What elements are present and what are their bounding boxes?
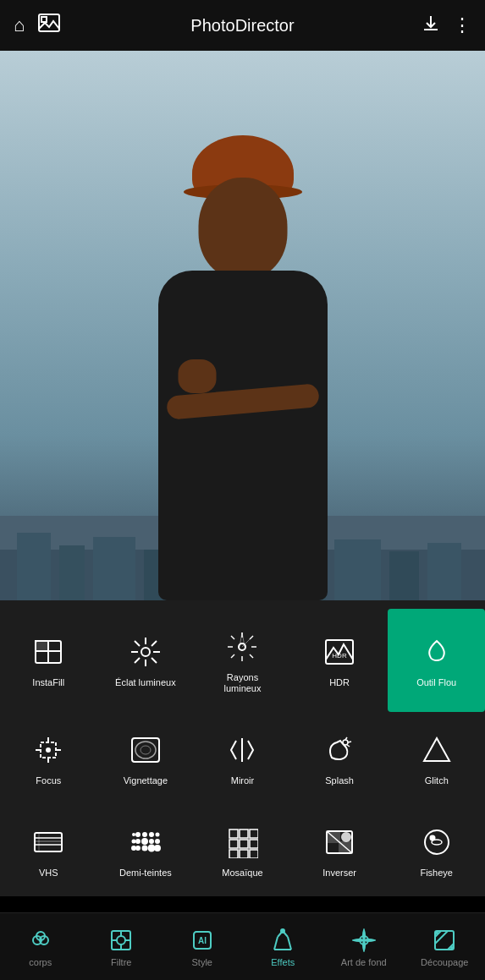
svg-line-23 — [135, 641, 140, 646]
effect-rayons[interactable]: Rayonslumineux — [194, 609, 291, 712]
svg-line-36 — [240, 632, 242, 647]
svg-line-32 — [231, 636, 234, 639]
svg-point-69 — [148, 845, 154, 851]
svg-point-112 — [450, 946, 454, 950]
rayons-label: Rayonslumineux — [223, 672, 261, 694]
vignettage-icon — [125, 730, 166, 770]
nav-effets[interactable]: Effets — [243, 927, 324, 967]
svg-marker-55 — [424, 738, 449, 761]
focus-label: Focus — [36, 775, 61, 786]
svg-rect-83 — [240, 850, 248, 858]
svg-rect-1 — [41, 17, 47, 22]
vignettage-label: Vignettage — [124, 775, 168, 786]
svg-point-70 — [156, 833, 158, 835]
head — [198, 178, 287, 279]
miroir-icon — [222, 730, 262, 770]
svg-point-75 — [132, 846, 135, 850]
svg-point-91 — [430, 835, 434, 840]
svg-text:AI: AI — [198, 936, 207, 945]
effect-vhs[interactable]: VHS — [0, 804, 97, 896]
person-figure — [107, 110, 378, 600]
inverser-icon — [319, 822, 360, 862]
svg-rect-13 — [427, 543, 461, 600]
nav-effets-label: Effets — [271, 957, 295, 967]
svg-line-52 — [345, 737, 347, 740]
effect-focus[interactable]: Focus — [0, 712, 97, 804]
effect-inverser[interactable]: Inverser — [291, 804, 389, 896]
effect-hdr[interactable]: HDR HDR — [291, 609, 389, 712]
nav-style[interactable]: AI Style — [162, 927, 243, 967]
svg-line-53 — [348, 742, 351, 742]
fisheye-label: Fisheye — [420, 868, 453, 879]
topbar-right: ⋮ — [421, 13, 471, 38]
more-menu-icon[interactable]: ⋮ — [453, 14, 471, 36]
effects-panel: InstaFill Éclat lumineux — [0, 600, 485, 896]
home-icon[interactable]: ⌂ — [14, 14, 25, 36]
svg-text:HDR: HDR — [332, 652, 347, 660]
eclat-icon — [125, 632, 166, 672]
hdr-icon: HDR — [319, 632, 360, 672]
svg-rect-80 — [240, 840, 248, 848]
effect-demi-teintes[interactable]: Demi-teintes — [97, 804, 195, 896]
nav-art-de-fond[interactable]: Art de fond — [323, 927, 405, 967]
nav-corps[interactable]: corps — [0, 927, 81, 967]
svg-point-62 — [143, 833, 146, 836]
art-de-fond-icon — [350, 927, 378, 954]
splash-icon — [319, 730, 360, 770]
effect-vignettage[interactable]: Vignettage — [97, 712, 195, 804]
svg-point-88 — [342, 833, 350, 841]
mosaique-icon — [222, 822, 262, 862]
mosaique-label: Mosaïque — [222, 868, 262, 879]
vhs-label: VHS — [39, 868, 58, 879]
effets-icon — [269, 927, 296, 954]
svg-point-108 — [281, 929, 284, 933]
nav-decoupe[interactable]: Découpage — [405, 927, 486, 967]
effect-fisheye[interactable]: Fisheye — [388, 804, 485, 896]
svg-line-24 — [152, 658, 157, 663]
demi-teintes-icon — [125, 822, 166, 862]
effect-glitch[interactable]: Glitch — [388, 712, 485, 804]
filtre-icon — [107, 927, 135, 954]
nav-art-de-fond-label: Art de fond — [341, 957, 387, 967]
focus-icon — [28, 730, 69, 770]
outil-flou-icon — [416, 632, 457, 672]
splash-label: Splash — [325, 775, 354, 786]
effects-grid: InstaFill Éclat lumineux — [0, 609, 485, 896]
topbar-left: ⌂ — [14, 14, 60, 37]
svg-point-67 — [136, 846, 140, 850]
svg-rect-82 — [229, 850, 238, 858]
svg-point-51 — [343, 740, 348, 745]
glitch-icon — [416, 730, 457, 770]
decoupe-icon — [431, 927, 458, 954]
svg-point-48 — [135, 742, 156, 758]
svg-rect-79 — [229, 840, 238, 848]
gallery-icon[interactable] — [38, 14, 60, 37]
nav-decoupe-label: Découpage — [421, 957, 468, 967]
svg-point-46 — [47, 748, 50, 752]
svg-point-74 — [132, 840, 135, 842]
effect-miroir[interactable]: Miroir — [194, 712, 291, 804]
effect-instafill[interactable]: InstaFill — [0, 609, 97, 712]
download-icon[interactable] — [421, 13, 441, 38]
svg-rect-81 — [250, 840, 258, 848]
effect-outil-flou[interactable]: Outil Flou — [388, 609, 485, 712]
eclat-label: Éclat lumineux — [115, 677, 176, 688]
svg-point-96 — [117, 936, 125, 944]
effect-mosaique[interactable]: Mosaïque — [194, 804, 291, 896]
svg-line-105 — [274, 937, 278, 950]
svg-point-64 — [136, 840, 140, 843]
svg-point-65 — [142, 839, 147, 844]
effect-eclat[interactable]: Éclat lumineux — [97, 609, 195, 712]
svg-point-71 — [156, 840, 159, 843]
miroir-label: Miroir — [231, 775, 255, 786]
svg-line-26 — [135, 658, 140, 663]
svg-rect-78 — [250, 829, 258, 838]
corps-icon — [27, 927, 54, 954]
instafill-icon — [28, 632, 69, 672]
app-title: PhotoDirector — [190, 16, 294, 36]
svg-rect-86 — [327, 831, 339, 842]
nav-filtre[interactable]: Filtre — [81, 927, 163, 967]
svg-line-54 — [347, 745, 350, 747]
inverser-label: Inverser — [322, 868, 356, 879]
effect-splash[interactable]: Splash — [291, 712, 389, 804]
